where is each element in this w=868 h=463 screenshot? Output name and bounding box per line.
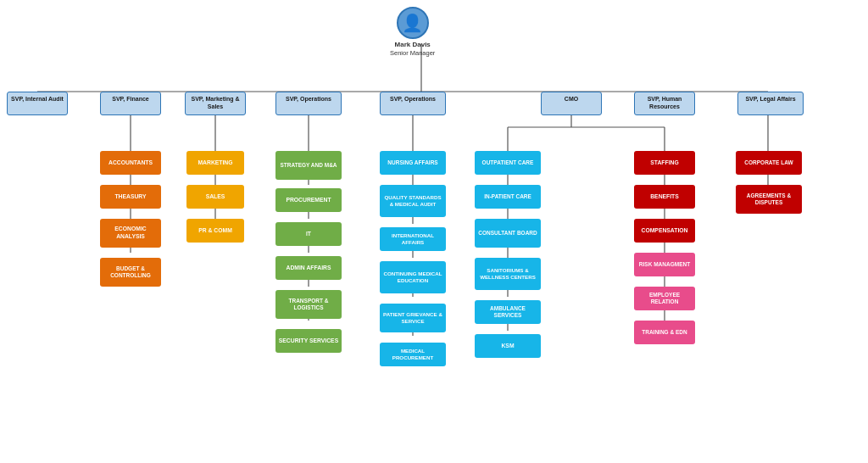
dept-compensation: COMPENSATION [634, 219, 695, 243]
dept-corporate-law: CORPORATE LAW [736, 151, 802, 175]
dept-ambulance-services: AMBULANCE SERVICES [475, 300, 541, 324]
manager-title: Senior Manager [390, 49, 435, 58]
svp-legal: SVP, Legal Affairs [737, 92, 804, 115]
dept-benefits: BENEFITS [634, 185, 695, 209]
dept-transport-logistics: TRANSPORT & LOGISTICS [275, 290, 342, 319]
dept-sanitoriums: SANITORIUMS & WELLNESS CENTERS [475, 258, 541, 290]
dept-strategy-ma: STRATEGY AND M&A [275, 151, 342, 180]
dept-quality-standards: QUALITY STANDARDS & MEDICAL AUDIT [380, 185, 446, 217]
dept-admin-affairs: ADMIN AFFAIRS [275, 256, 342, 280]
dept-theasury: THEASURY [100, 185, 161, 209]
dept-consultant-board: CONSULTANT BOARD [475, 219, 541, 248]
dept-international-affairs: INTERNATIONAL AFFAIRS [380, 227, 446, 251]
dept-employee-relation: EMPLOYEE RELATION [634, 287, 695, 310]
dept-ksm: KSM [475, 334, 541, 358]
dept-nursing-affairs: NURSING AFFAIRS [380, 151, 446, 175]
dept-staffing: STAFFING [634, 151, 695, 175]
dept-security-services: SECURITY SERVICES [275, 329, 342, 353]
svp-finance: SVP, Finance [100, 92, 161, 115]
dept-outpatient-care: OUTPATIENT CARE [475, 151, 541, 175]
top-label: Mark Davis Senior Manager [390, 41, 435, 58]
avatar: 👤 [397, 7, 429, 39]
svp-ops1: SVP, Operations [275, 92, 342, 115]
svp-marketing: SVP, Marketing & Sales [185, 92, 246, 115]
dept-agreements-disputes: AGREEMENTS & DISPUTES [736, 185, 802, 214]
svp-internal-audit: SVP, Internal Audit [7, 92, 68, 115]
person-icon: 👤 [402, 13, 423, 33]
dept-pr-comm: PR & COMM [186, 219, 244, 243]
dept-sales: SALES [186, 185, 244, 209]
dept-risk-managment: RISK MANAGMENT [634, 253, 695, 276]
manager-name: Mark Davis [390, 41, 435, 49]
top-node: 👤 Mark Davis Senior Manager [390, 7, 435, 58]
dept-procurement: PROCUREMENT [275, 188, 342, 212]
dept-inpatient-care: IN-PATIENT CARE [475, 185, 541, 209]
dept-medical-procurement: MEDICAL PROCUREMENT [380, 343, 446, 366]
dept-training-edn: TRAINING & EDN [634, 321, 695, 344]
svp-hr: SVP, Human Resources [634, 92, 695, 115]
dept-it: IT [275, 222, 342, 246]
dept-marketing: MARKETING [186, 151, 244, 175]
dept-patient-grievance: PATIENT GRIEVANCE & SERVICE [380, 304, 446, 332]
svp-ops2: SVP, Operations [380, 92, 446, 115]
svp-cmo: CMO [541, 92, 602, 115]
dept-economic-analysis: ECONOMIC ANALYSIS [100, 219, 161, 248]
dept-accountants: ACCOUNTANTS [100, 151, 161, 175]
dept-continuing-medical: CONTINUING MEDICAL EDUCATION [380, 261, 446, 293]
org-chart: 👤 Mark Davis Senior Manager SVP, Interna… [0, 0, 868, 463]
dept-budget-controlling: BUDGET & CONTROLLING [100, 258, 161, 287]
